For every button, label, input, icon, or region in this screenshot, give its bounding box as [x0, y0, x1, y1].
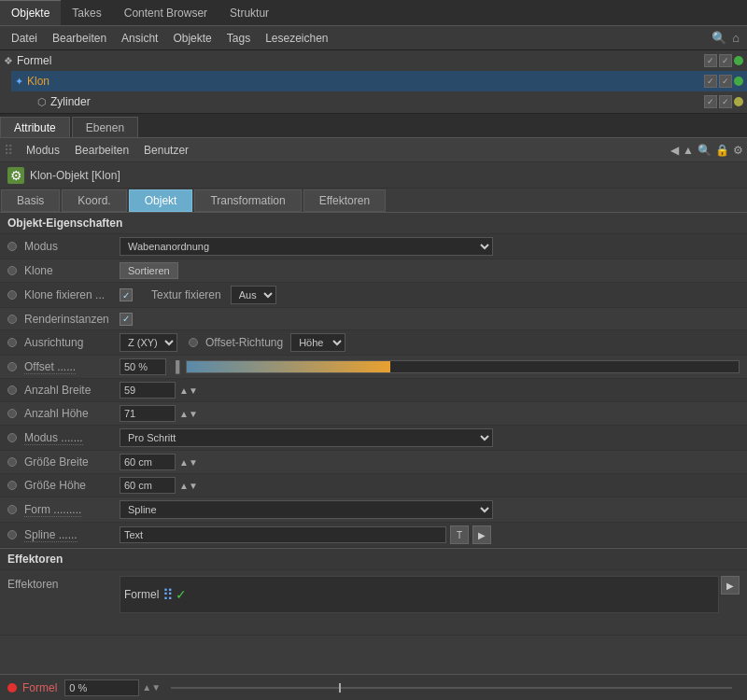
prop-row-modus2: Modus ....... Pro Schritt Absolut — [0, 426, 747, 451]
toolbar-benutzer[interactable]: Benutzer — [136, 138, 196, 161]
modus-select[interactable]: Wabenanordnung Gitter Radial Linear — [120, 237, 493, 256]
prop-circle-anzahlb — [7, 385, 17, 395]
prop-circle-render — [7, 315, 17, 324]
object-label-klon: Klon — [27, 75, 704, 88]
prop-row-effektoren-list: Effektoren Formel ⠿ ✓ ▶ — [0, 570, 747, 636]
prop-circle-ausrichtung — [7, 338, 17, 347]
menu-bearbeiten[interactable]: Bearbeiten — [45, 26, 114, 49]
prop-circle-offset — [189, 338, 198, 347]
form-select[interactable]: Spline Rechteck Kreis — [120, 500, 493, 519]
renderinst-checkbox[interactable] — [120, 313, 133, 326]
search-icon[interactable]: 🔍 — [712, 31, 726, 45]
arrow-up-icon[interactable]: ▲ — [683, 144, 694, 157]
settings-icon[interactable]: ⚙ — [733, 144, 743, 157]
toolbar-modus[interactable]: Modus — [19, 138, 67, 161]
formel-value-input[interactable] — [64, 679, 139, 696]
formel-label: Formel — [22, 681, 57, 694]
dot-green — [734, 56, 743, 65]
formel-bar: Formel ▲▼ — [0, 674, 747, 700]
formel-marker — [339, 683, 341, 693]
prop-circle-modus — [7, 242, 17, 251]
obj-indicators-zylinder: ✓ ✓ — [704, 95, 743, 108]
zylinder-icon: ⬡ — [37, 96, 47, 108]
arrow-left-icon[interactable]: ◀ — [670, 144, 679, 157]
home-icon[interactable]: ⌂ — [732, 31, 740, 45]
prop-row-renderinst: Renderinstanzen — [0, 308, 747, 330]
groesse-breite-input[interactable] — [120, 454, 176, 470]
prop-tab-effektoren[interactable]: Effektoren — [303, 189, 386, 212]
ausrichtung-select[interactable]: Z (XY) X (YZ) Y (XZ) — [120, 333, 177, 352]
prop-row-ausrichtung: Ausrichtung Z (XY) X (YZ) Y (XZ) Offset-… — [0, 330, 747, 356]
prop-circle-groesseh — [7, 481, 17, 490]
property-tabs: Basis Koord. Objekt Transformation Effek… — [0, 189, 747, 213]
prop-tab-basis[interactable]: Basis — [1, 189, 60, 212]
anzahl-breite-spinner[interactable]: ▲▼ — [179, 385, 198, 396]
tab-attribute[interactable]: Attribute — [0, 117, 70, 137]
offset-richtung-select[interactable]: Höhe Breite — [290, 333, 345, 352]
list-item-klon[interactable]: ✦ Klon ✓ ✓ — [11, 71, 747, 91]
anzahl-hoehe-spinner[interactable]: ▲▼ — [179, 409, 198, 419]
prop-row-modus: Modus Wabenanordnung Gitter Radial Linea… — [0, 234, 747, 259]
object-list: ❖ Formel ✓ ✓ ✦ Klon ✓ ✓ ⬡ Zylinder ✓ ✓ — [0, 50, 747, 114]
prop-row-anzahl-breite: Anzahl Breite ▲▼ — [0, 379, 747, 402]
object-title-bar: ⚙ Klon-Objekt [Klon] — [0, 162, 747, 189]
textur-fixieren-select[interactable]: Aus An — [231, 286, 276, 304]
prop-circle-form — [7, 505, 17, 514]
menu-lesezeichen[interactable]: Lesezeichen — [258, 26, 335, 49]
obj-indicators-klon: ✓ ✓ — [704, 75, 743, 88]
formel-icon: ❖ — [4, 55, 13, 67]
lock-icon[interactable]: 🔒 — [715, 144, 729, 157]
groesse-hoehe-spinner[interactable]: ▲▼ — [179, 481, 198, 491]
klon-icon: ✦ — [15, 76, 23, 88]
tab-struktur[interactable]: Struktur — [218, 0, 280, 25]
formel-spinner[interactable]: ▲▼ — [142, 682, 161, 693]
prop-row-klone-fix: Klone fixieren ... Textur fixieren Aus A… — [0, 283, 747, 308]
list-item-zylinder[interactable]: ⬡ Zylinder ✓ ✓ — [34, 91, 747, 112]
prop-tab-koord[interactable]: Koord. — [62, 189, 126, 212]
effektoren-section-header: Effektoren — [0, 548, 747, 570]
tab-takes[interactable]: Takes — [61, 0, 112, 25]
spline-btn-t[interactable]: T — [450, 525, 469, 544]
menu-objekte[interactable]: Objekte — [165, 26, 218, 49]
effektoren-dots-icon: ⠿ — [162, 586, 172, 604]
spline-text-input[interactable] — [120, 526, 446, 543]
obj-indicators-formel: ✓ ✓ — [704, 54, 743, 67]
effektoren-scroll-btn[interactable]: ▶ — [721, 576, 740, 595]
formel-progress-bar[interactable] — [171, 687, 732, 689]
effektoren-check-icon: ✓ — [176, 587, 187, 602]
menu-bar: Datei Bearbeiten Ansicht Objekte Tags Le… — [0, 26, 747, 50]
prop-row-groesse-breite: Größe Breite ▲▼ — [0, 451, 747, 474]
prop-tab-objekt[interactable]: Objekt — [129, 189, 193, 212]
spline-btn-arrow[interactable]: ▶ — [472, 525, 491, 544]
prop-circle-klonefix — [7, 290, 17, 300]
klon-object-title: Klon-Objekt [Klon] — [30, 169, 120, 182]
effektoren-drop-area[interactable]: Formel ⠿ ✓ — [120, 576, 719, 613]
list-item[interactable]: ❖ Formel ✓ ✓ — [0, 50, 747, 71]
search-attr-icon[interactable]: 🔍 — [698, 144, 712, 157]
object-label-zylinder: Zylinder — [50, 95, 704, 108]
offset-slider[interactable] — [186, 360, 740, 373]
properties-container: Objekt-Eigenschaften Modus Wabenanordnun… — [0, 213, 747, 698]
menu-datei[interactable]: Datei — [4, 26, 45, 49]
tab-ebenen[interactable]: Ebenen — [72, 117, 138, 137]
prop-tab-transformation[interactable]: Transformation — [194, 189, 301, 212]
anzahl-hoehe-input[interactable] — [120, 405, 176, 422]
menu-tags[interactable]: Tags — [219, 26, 258, 49]
object-label-formel: Formel — [17, 54, 704, 67]
klone-fix-checkbox[interactable] — [120, 288, 133, 301]
anzahl-breite-input[interactable] — [120, 382, 176, 399]
menu-right-icons: 🔍 ⌂ — [712, 31, 743, 45]
prop-circle-modus2 — [7, 433, 17, 442]
prop-row-klone: Klone Sortieren — [0, 259, 747, 283]
toolbar-grip: ⠿ — [4, 143, 13, 158]
offset-value-input[interactable] — [120, 358, 166, 375]
tab-objekte[interactable]: Objekte — [0, 0, 61, 25]
formel-circle — [7, 683, 17, 693]
modus2-select[interactable]: Pro Schritt Absolut — [120, 428, 493, 447]
sortieren-button[interactable]: Sortieren — [120, 262, 178, 279]
menu-ansicht[interactable]: Ansicht — [114, 26, 165, 49]
groesse-hoehe-input[interactable] — [120, 477, 176, 494]
tab-content-browser[interactable]: Content Browser — [113, 0, 218, 25]
toolbar-bearbeiten[interactable]: Bearbeiten — [67, 138, 136, 161]
groesse-breite-spinner[interactable]: ▲▼ — [179, 457, 198, 468]
